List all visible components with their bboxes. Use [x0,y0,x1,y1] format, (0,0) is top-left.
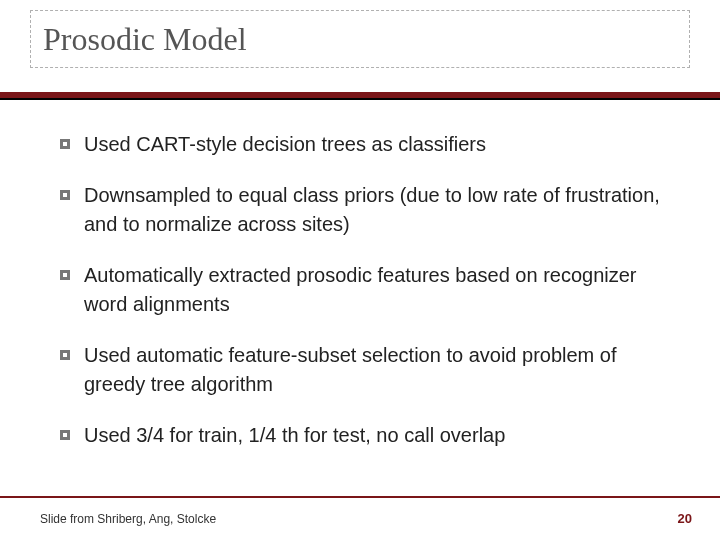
bullet-icon [60,190,70,200]
list-item: Used automatic feature-subset selection … [60,341,670,399]
bullet-text: Used CART-style decision trees as classi… [84,130,670,159]
bullet-text: Used automatic feature-subset selection … [84,341,670,399]
slide-title: Prosodic Model [43,21,247,58]
footer-credit: Slide from Shriberg, Ang, Stolcke [40,512,216,526]
title-box: Prosodic Model [30,10,690,68]
slide: Prosodic Model Used CART-style decision … [0,0,720,540]
list-item: Automatically extracted prosodic feature… [60,261,670,319]
bullet-icon [60,350,70,360]
content-area: Used CART-style decision trees as classi… [60,130,670,472]
list-item: Used CART-style decision trees as classi… [60,130,670,159]
bullet-icon [60,430,70,440]
page-number: 20 [678,511,692,526]
bullet-text: Automatically extracted prosodic feature… [84,261,670,319]
bullet-icon [60,139,70,149]
list-item: Downsampled to equal class priors (due t… [60,181,670,239]
title-underline [0,92,720,100]
footer-rule [0,496,720,498]
bullet-icon [60,270,70,280]
bullet-text: Used 3/4 for train, 1/4 th for test, no … [84,421,670,450]
list-item: Used 3/4 for train, 1/4 th for test, no … [60,421,670,450]
bullet-text: Downsampled to equal class priors (due t… [84,181,670,239]
